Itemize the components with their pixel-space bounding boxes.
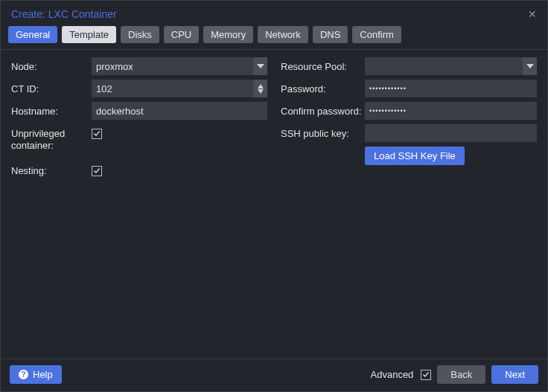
tab-general[interactable]: General [8, 26, 57, 43]
hostname-label: Hostname: [11, 102, 92, 118]
confirm-password-mask: •••••••••••• [369, 102, 407, 120]
advanced-label: Advanced [371, 369, 414, 380]
field-resource-pool: Resource Pool: [281, 57, 537, 75]
node-combo[interactable] [92, 57, 267, 75]
form-body: Node: CT ID: [1, 49, 547, 359]
confirm-password-label: Confirm password: [281, 102, 365, 118]
help-label: Help [33, 369, 53, 380]
field-unprivileged: Unprivileged container: [11, 124, 267, 152]
tab-memory[interactable]: Memory [203, 26, 253, 43]
nesting-label: Nesting: [11, 161, 92, 177]
tab-disks[interactable]: Disks [121, 26, 159, 43]
ssh-key-input[interactable] [369, 128, 532, 139]
field-ctid: CT ID: [11, 80, 267, 97]
pool-combo[interactable] [365, 57, 537, 75]
hostname-input-wrap[interactable] [92, 102, 267, 120]
footer: ? Help Advanced Back Next [1, 359, 547, 391]
hostname-input[interactable] [96, 106, 263, 117]
field-hostname: Hostname: [11, 102, 267, 120]
right-column: Resource Pool: Password: •••••••••••• [281, 57, 537, 351]
confirm-password-input-wrap[interactable]: •••••••••••• [365, 102, 537, 120]
chevron-down-icon[interactable] [523, 57, 537, 75]
left-column: Node: CT ID: [11, 57, 267, 351]
ssh-key-input-wrap[interactable] [365, 124, 537, 142]
ssh-key-label: SSH public key: [281, 124, 365, 140]
help-button[interactable]: ? Help [10, 365, 62, 384]
field-node: Node: [11, 57, 267, 75]
spinner-icon[interactable] [253, 80, 267, 97]
unprivileged-label: Unprivileged container: [11, 124, 92, 152]
pool-input[interactable] [369, 61, 523, 72]
next-button[interactable]: Next [491, 365, 538, 384]
node-label: Node: [11, 57, 92, 73]
help-icon: ? [19, 370, 28, 379]
ctid-input[interactable] [96, 83, 253, 94]
nesting-checkbox[interactable] [92, 166, 102, 176]
unprivileged-checkbox[interactable] [92, 129, 102, 139]
back-button[interactable]: Back [437, 365, 485, 384]
tab-dns[interactable]: DNS [313, 26, 348, 43]
dialog-title: Create: LXC Container [11, 8, 117, 20]
field-ssh-key: SSH public key: [281, 124, 537, 142]
password-input-wrap[interactable]: •••••••••••• [365, 80, 537, 97]
field-confirm-password: Confirm password: •••••••••••• [281, 102, 537, 120]
ctid-label: CT ID: [11, 80, 92, 95]
titlebar: Create: LXC Container ✕ [1, 1, 547, 26]
pool-label: Resource Pool: [281, 57, 365, 73]
password-mask: •••••••••••• [369, 80, 407, 97]
node-input[interactable] [96, 61, 253, 72]
advanced-checkbox[interactable] [421, 370, 431, 380]
tab-network[interactable]: Network [258, 26, 308, 43]
chevron-down-icon[interactable] [253, 57, 267, 75]
tab-template[interactable]: Template [62, 26, 116, 43]
password-label: Password: [281, 80, 365, 95]
wizard-tabs: General Template Disks CPU Memory Networ… [1, 26, 547, 49]
tab-cpu[interactable]: CPU [164, 26, 199, 43]
ctid-spinner[interactable] [92, 80, 267, 97]
create-lxc-dialog: Create: LXC Container ✕ General Template… [0, 0, 548, 392]
tab-confirm[interactable]: Confirm [352, 26, 401, 43]
field-password: Password: •••••••••••• [281, 80, 537, 97]
close-icon[interactable]: ✕ [528, 8, 537, 20]
field-nesting: Nesting: [11, 161, 267, 177]
load-ssh-key-button[interactable]: Load SSH Key File [365, 147, 465, 165]
